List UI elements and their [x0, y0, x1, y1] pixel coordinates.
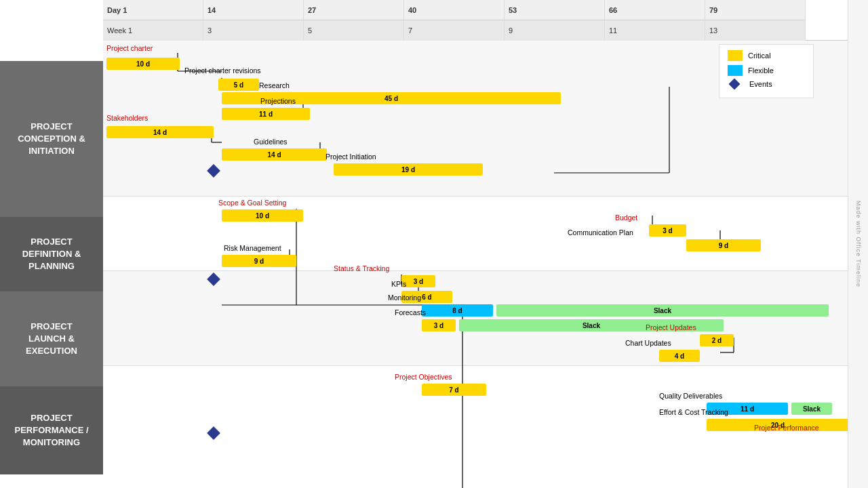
bar-projections: 11 d	[222, 108, 310, 120]
sidebar-label-3: PROJECTLAUNCH &EXECUTION	[26, 321, 77, 358]
legend-flexible: Flexible	[728, 65, 805, 76]
task-label-quality-deliverables: Quality Deliverables	[659, 392, 722, 400]
section-band-3	[103, 271, 868, 366]
bar-budget: 3 d	[649, 224, 686, 237]
legend-critical-label: Critical	[748, 52, 771, 60]
legend-events-label: Events	[749, 80, 772, 88]
task-label-project-updates: Project Updates	[646, 323, 696, 331]
gantt-body: Project charter 10 d Project charter rev…	[103, 41, 868, 488]
sidebar-section-2: PROJECTDEFINITION &PLANNING	[0, 217, 103, 291]
task-label-comm-plan: Communication Plan	[568, 228, 633, 237]
task-label-effort-cost: Effort & Cost Tracking	[659, 408, 728, 416]
sidebar-section-1: PROJECTCONCEPTION &INITIATION	[0, 61, 103, 217]
sidebar-label-2: PROJECTDEFINITION &PLANNING	[22, 236, 81, 273]
week-9: 9	[505, 20, 605, 41]
main-container: PROJECTCONCEPTION &INITIATION PROJECTDEF…	[0, 0, 868, 488]
bar-comm-plan: 9 d	[686, 239, 761, 251]
bar-monitoring-slack: Slack	[496, 304, 829, 317]
watermark: Made with Office Timeline	[848, 0, 868, 488]
week-5: 5	[304, 20, 404, 41]
sidebar-section-3: PROJECTLAUNCH &EXECUTION	[0, 291, 103, 386]
section-band-2	[103, 197, 868, 271]
bar-status-tracking: 3 d	[401, 275, 435, 287]
task-label-charter-revisions: Project charter revisions	[184, 66, 261, 75]
sidebar-section-4: PROJECTPERFORMANCE /MONITORING	[0, 386, 103, 474]
bar-monitoring-cyan: 8 d	[422, 304, 493, 317]
task-label-monitoring: Monitoring	[388, 293, 421, 302]
sidebar-label-1: PROJECTCONCEPTION &INITIATION	[18, 121, 85, 158]
sidebar: PROJECTCONCEPTION &INITIATION PROJECTDEF…	[0, 0, 103, 488]
bar-guidelines: 14 d	[222, 148, 327, 161]
week-11: 11	[605, 20, 705, 41]
legend-critical-box	[728, 50, 743, 61]
task-label-budget: Budget	[615, 214, 637, 222]
bar-forecasts-yellow: 3 d	[422, 319, 456, 331]
legend-flexible-box	[728, 65, 743, 76]
legend-flexible-label: Flexible	[748, 66, 774, 75]
week-1: Week 1	[103, 20, 203, 41]
bar-chart-updates: 4 d	[659, 350, 700, 362]
task-label-guidelines: Guidelines	[254, 138, 288, 146]
day-66: 66	[605, 0, 705, 20]
timeline-row-weeks: Week 1 3 5 7 9 11 13	[103, 20, 868, 41]
task-label-status-tracking: Status & Tracking	[334, 264, 389, 272]
day-53: 53	[505, 0, 605, 20]
day-14: 14	[203, 0, 304, 20]
week-3: 3	[203, 20, 304, 41]
sidebar-label-4: PROJECTPERFORMANCE /MONITORING	[14, 412, 88, 449]
task-label-project-initiation: Project Initiation	[326, 152, 376, 161]
task-label-projections: Projections	[260, 97, 296, 105]
timeline-header: Day 1 14 27 40 53 66 79 Week 1 3 5 7 9 1…	[103, 0, 868, 41]
legend-diamond	[729, 79, 741, 90]
bar-scope-goal: 10 d	[222, 209, 303, 222]
week-7: 7	[404, 20, 505, 41]
legend-events: Events	[728, 80, 805, 88]
bar-project-charter: 10 d	[106, 58, 180, 70]
bar-charter-revisions: 5 d	[218, 79, 259, 91]
task-label-kpis: KPIs	[391, 280, 406, 288]
task-label-research: Research	[259, 81, 290, 89]
bar-stakeholders: 14 d	[106, 126, 214, 138]
task-label-stakeholders: Stakeholders	[106, 114, 148, 122]
bar-risk-mgmt: 9 d	[222, 255, 296, 267]
day-79: 79	[705, 0, 806, 20]
day-1: Day 1	[103, 0, 203, 20]
sidebar-top-spacer	[0, 0, 103, 61]
watermark-text: Made with Office Timeline	[855, 201, 862, 287]
bar-project-updates: 2 d	[700, 334, 734, 346]
bar-project-objectives: 7 d	[422, 384, 486, 396]
day-40: 40	[404, 0, 505, 20]
task-label-chart-updates: Chart Updates	[625, 339, 671, 347]
task-label-project-performance: Project Performance	[754, 424, 819, 432]
task-label-risk-mgmt: Risk Management	[224, 244, 281, 252]
timeline-row-days: Day 1 14 27 40 53 66 79	[103, 0, 868, 20]
legend-critical: Critical	[728, 50, 805, 61]
task-label-forecasts: Forecasts	[395, 308, 426, 317]
task-label-project-charter: Project charter	[106, 44, 153, 52]
day-27: 27	[304, 0, 404, 20]
bar-project-initiation: 19 d	[334, 163, 483, 176]
legend: Critical Flexible Events	[719, 44, 814, 98]
chart-area: Day 1 14 27 40 53 66 79 Week 1 3 5 7 9 1…	[103, 0, 868, 488]
bar-quality-slack: Slack	[791, 403, 832, 415]
task-label-project-objectives: Project Objectives	[395, 373, 452, 381]
week-13: 13	[705, 20, 806, 41]
task-label-scope-goal: Scope & Goal Setting	[218, 199, 286, 207]
